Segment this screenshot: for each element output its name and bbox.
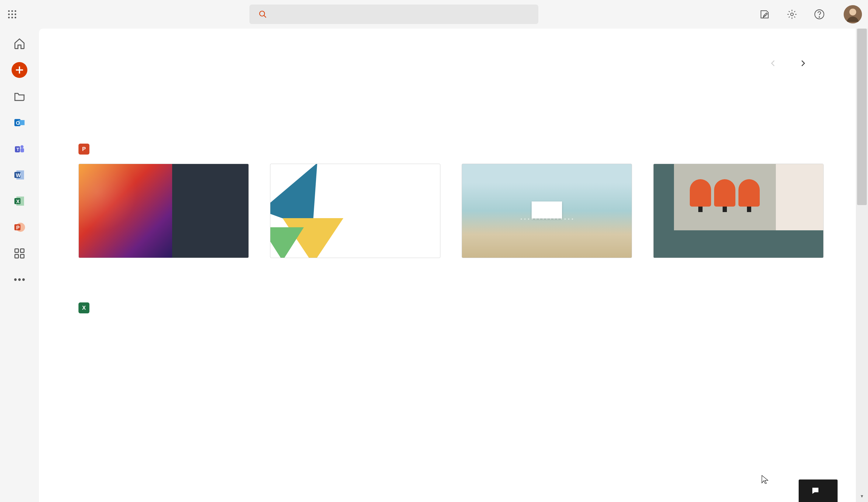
template-modern-conf[interactable] <box>653 164 824 266</box>
create-icon <box>12 62 27 78</box>
rail-mycontent[interactable] <box>0 86 39 112</box>
scrollbar[interactable]: ▾ <box>856 29 868 502</box>
rail-word[interactable]: W <box>0 164 39 191</box>
app-launcher-icon[interactable] <box>6 8 18 20</box>
template-3d-float[interactable] <box>79 164 249 266</box>
rail-teams[interactable]: T <box>0 138 39 164</box>
rail-apps[interactable] <box>0 243 39 269</box>
rail-home[interactable] <box>0 33 39 59</box>
svg-point-39 <box>18 278 21 281</box>
svg-point-4 <box>11 13 13 15</box>
rail-outlook[interactable]: O <box>0 112 39 138</box>
excel-icon: X <box>12 194 27 209</box>
left-rail: O T W X P <box>0 29 39 502</box>
svg-text:O: O <box>16 120 20 126</box>
rail-create[interactable] <box>0 59 39 86</box>
svg-line-10 <box>264 16 266 18</box>
account-avatar[interactable] <box>844 5 862 23</box>
rail-more-icon[interactable] <box>12 275 27 284</box>
svg-rect-37 <box>20 254 24 258</box>
header-actions <box>758 5 862 23</box>
svg-point-7 <box>11 17 13 18</box>
svg-text:X: X <box>16 199 20 204</box>
svg-point-6 <box>8 17 10 18</box>
help-icon[interactable] <box>813 8 825 20</box>
svg-point-15 <box>849 9 856 16</box>
word-icon: W <box>12 167 27 183</box>
folder-icon <box>12 89 27 104</box>
svg-rect-36 <box>15 254 19 258</box>
chat-icon <box>811 486 820 495</box>
create-next-button[interactable] <box>796 56 810 71</box>
svg-point-3 <box>8 13 10 15</box>
template-geometric[interactable] <box>270 164 441 266</box>
scrollbar-thumb[interactable] <box>857 29 867 205</box>
main-content: P <box>39 29 856 502</box>
svg-rect-34 <box>15 249 19 253</box>
svg-rect-23 <box>20 148 24 152</box>
svg-text:T: T <box>17 147 19 152</box>
rail-powerpoint[interactable]: P <box>0 217 39 243</box>
whats-new-icon[interactable] <box>758 8 771 20</box>
svg-point-11 <box>791 13 794 16</box>
search-box[interactable] <box>249 4 538 24</box>
svg-point-1 <box>11 10 13 12</box>
rail-excel[interactable]: X <box>0 191 39 217</box>
apps-icon <box>12 246 27 261</box>
svg-text:P: P <box>16 225 20 230</box>
powerpoint-icon: P <box>12 220 27 235</box>
svg-point-9 <box>260 11 265 16</box>
powerpoint-badge-icon: P <box>79 144 90 155</box>
svg-text:W: W <box>16 173 21 178</box>
svg-point-38 <box>14 278 17 281</box>
template-bohemian[interactable] <box>462 164 632 266</box>
home-icon <box>12 36 27 51</box>
header <box>0 0 868 29</box>
svg-point-0 <box>8 10 10 12</box>
svg-point-5 <box>14 13 16 15</box>
create-prev-button <box>766 56 781 71</box>
search-icon <box>259 10 267 19</box>
svg-rect-35 <box>20 249 24 253</box>
svg-point-13 <box>819 17 820 17</box>
excel-badge-icon: X <box>79 303 90 314</box>
outlook-icon: O <box>12 115 27 130</box>
svg-point-22 <box>20 145 23 148</box>
svg-point-40 <box>22 278 25 281</box>
search-input[interactable] <box>274 9 529 20</box>
teams-icon: T <box>12 141 27 156</box>
settings-icon[interactable] <box>786 8 798 20</box>
svg-point-8 <box>14 17 16 18</box>
feedback-button[interactable] <box>799 480 838 502</box>
svg-point-2 <box>14 10 16 12</box>
scrollbar-down-icon[interactable]: ▾ <box>856 490 868 502</box>
